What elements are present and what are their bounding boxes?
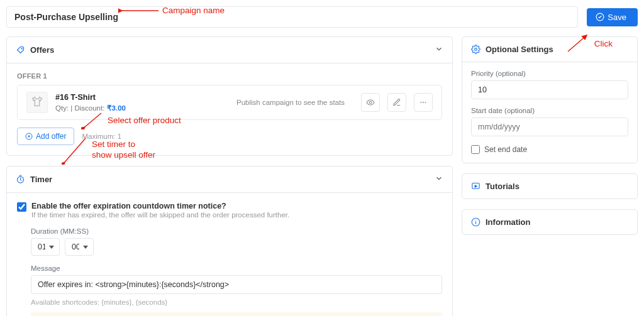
svg-point-7 [425, 102, 426, 103]
timer-title: Timer [30, 175, 430, 184]
duration-seconds-select[interactable]: 00 [65, 238, 94, 256]
priority-label: Priority (optional) [471, 70, 628, 77]
check-circle-icon [596, 13, 604, 21]
enable-timer-desc: If the timer has expired, the offer will… [31, 211, 289, 219]
edit-icon [392, 98, 401, 107]
offers-panel-header[interactable]: Offers [7, 37, 452, 63]
product-subline: Qty: | Discount: ₹3.00 [55, 104, 220, 112]
more-icon [419, 98, 428, 107]
campaign-name-input[interactable] [6, 6, 578, 28]
offers-icon [16, 45, 25, 55]
svg-point-5 [421, 102, 422, 103]
start-date-input[interactable] [471, 117, 628, 136]
svg-point-3 [21, 48, 22, 49]
product-meta: #16 T-Shirt Qty: | Discount: ₹3.00 [55, 92, 220, 112]
information-panel[interactable]: Information [462, 209, 638, 235]
product-title: #16 T-Shirt [55, 92, 220, 102]
shortcode-note: NOTE: You might need to use the [cuw_off… [31, 312, 442, 316]
info-icon [471, 217, 480, 227]
tutorials-title: Tutorials [486, 182, 628, 191]
timer-panel: Set timer toshow upsell offer Timer Enab… [6, 166, 453, 316]
priority-input[interactable] [471, 80, 628, 99]
preview-offer-button[interactable] [361, 93, 380, 112]
duration-label: Duration (MM:SS) [31, 227, 442, 235]
start-date-label: Start date (optional) [471, 107, 628, 114]
plus-circle-icon [25, 133, 33, 140]
svg-point-4 [369, 101, 372, 104]
offers-title: Offers [30, 45, 430, 55]
tutorials-panel[interactable]: Tutorials [462, 173, 638, 199]
eye-icon [366, 98, 375, 107]
offer-number-label: OFFER 1 [17, 72, 442, 80]
optional-settings-panel: Optional Settings Priority (optional) St… [462, 36, 638, 163]
enable-timer-checkbox[interactable] [17, 202, 26, 212]
set-end-date-label: Set end date [484, 145, 527, 154]
enable-timer-label: Enable the offer expiration countdown ti… [31, 202, 289, 210]
stats-placeholder: Publish campaign to see the stats [236, 99, 345, 106]
edit-offer-button[interactable] [387, 93, 406, 112]
tutorials-icon [471, 182, 480, 191]
offer-product-row: #16 T-Shirt Qty: | Discount: ₹3.00 Publi… [17, 85, 442, 120]
set-end-date-checkbox[interactable] [471, 145, 480, 154]
optional-settings-title: Optional Settings [486, 45, 628, 54]
add-offer-label: Add offer [36, 132, 66, 141]
more-offer-button[interactable] [414, 93, 433, 112]
duration-minutes-select[interactable]: 01 [31, 238, 60, 256]
timer-panel-header[interactable]: Timer [7, 166, 452, 193]
maximum-text: Maximum: 1 [82, 133, 121, 140]
message-label: Message [31, 264, 442, 272]
svg-point-12 [475, 48, 477, 51]
product-image [26, 92, 48, 113]
settings-icon [471, 45, 480, 54]
save-button[interactable]: Save [587, 8, 638, 26]
save-button-label: Save [608, 13, 626, 22]
shortcodes-hint: Available shortcodes: {minutes}, {second… [31, 298, 442, 306]
optional-settings-header[interactable]: Optional Settings [462, 37, 637, 62]
add-offer-button[interactable]: Add offer [17, 128, 74, 145]
offers-panel: Offers OFFER 1 #16 T-Shirt Qty: | Discou… [6, 36, 453, 156]
information-title: Information [486, 217, 628, 227]
timer-icon [16, 175, 25, 184]
chevron-down-icon [435, 45, 443, 55]
chevron-down-icon [435, 174, 443, 185]
timer-message-input[interactable] [31, 275, 442, 294]
tshirt-icon [30, 95, 44, 109]
svg-point-6 [423, 102, 424, 103]
